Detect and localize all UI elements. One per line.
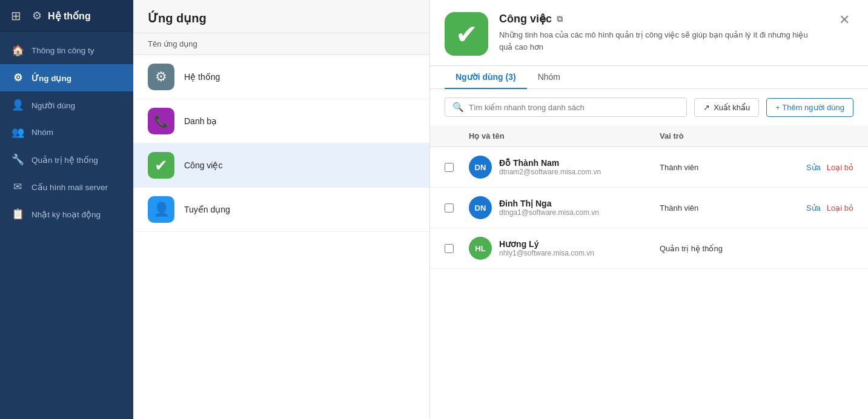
checkbox-u1[interactable] [445,163,454,172]
user-name-block-u3: Hương Lý nhly1@software.misa.com.vn [499,239,594,257]
admin-icon: 🔧 [11,153,24,166]
user-email-u2: dtnga1@software.misa.com.vn [499,208,599,217]
app-row-hethong[interactable]: ⚙ Hệ thống [133,55,429,99]
user-name-block-u1: Đỗ Thành Nam dtnam2@software.misa.com.vn [499,158,601,176]
user-row-u1: DN Đỗ Thành Nam dtnam2@software.misa.com… [430,147,868,188]
sidebar-item-label: Cấu hình mail server [31,182,108,192]
sidebar-item-nguoi-dung[interactable]: 👤 Người dùng [0,91,133,119]
add-user-button[interactable]: + Thêm người dùng [766,98,853,117]
user-name-block-u2: Đinh Thị Nga dtnga1@software.misa.com.vn [499,199,599,217]
user-name-u3: Hương Lý [499,239,594,249]
user-info-u3: HL Hương Lý nhly1@software.misa.com.vn [469,237,660,260]
edit-button-u1[interactable]: Sửa [806,163,821,172]
detail-tabs: Người dùng (3) Nhóm [430,66,868,89]
user-table-header: Họ và tên Vai trò [430,125,868,147]
congviec-checkmark-icon: ✔ [456,19,478,50]
mail-icon: ✉ [11,180,24,193]
search-icon: 🔍 [452,102,464,113]
external-link-icon[interactable]: ⧉ [557,14,563,24]
remove-button-u1[interactable]: Loại bỏ [827,163,853,172]
app-name-danhba: Danh bạ [184,116,217,126]
avatar-u2: DN [469,196,492,219]
danhba-icon: 📞 [148,108,174,134]
sidebar-item-label: Nhóm [31,128,53,137]
app-name-hethong: Hệ thống [184,72,220,82]
apps-icon: ⚙ [11,71,24,84]
avatar-u3: HL [469,237,492,260]
apps-panel: Ứng dụng Tên ứng dụng ⚙ Hệ thống 📞 Danh … [133,0,430,419]
sidebar-item-quan-tri-he-thong[interactable]: 🔧 Quản trị hệ thống [0,146,133,173]
apps-panel-header: Ứng dụng [133,0,429,33]
header-checkbox-cell [445,131,469,140]
checkbox-u3[interactable] [445,244,454,253]
sidebar-header: ⊞ ⚙ Hệ thống [0,0,133,32]
remove-button-u2[interactable]: Loại bỏ [827,203,853,213]
sidebar-item-label: Thông tin công ty [31,46,94,55]
apps-table-column-header: Tên ứng dụng [133,33,429,55]
detail-header: ✔ Công việc ⧉ Những tinh hoa của các mô … [430,0,868,66]
user-name-u1: Đỗ Thành Nam [499,158,601,168]
sidebar-item-label: Quản trị hệ thống [31,155,98,165]
app-list: ⚙ Hệ thống 📞 Danh bạ ✔ Công việc 👤 Tuyển… [133,55,429,419]
search-input[interactable] [469,103,679,112]
checkbox-cell-u2[interactable] [445,203,469,213]
user-email-u3: nhly1@software.misa.com.vn [499,249,594,257]
sidebar-item-ung-dung[interactable]: ⚙ Ứng dụng [0,64,133,91]
user-table: Họ và tên Vai trò DN Đỗ Thành Nam [430,125,868,419]
log-icon: 📋 [11,208,24,220]
checkbox-cell-u3[interactable] [445,244,469,253]
sidebar-item-nhom[interactable]: 👥 Nhóm [0,119,133,146]
grid-icon: ⊞ [11,8,21,23]
app-name-congviec: Công việc [184,160,222,170]
checkbox-cell-u1[interactable] [445,163,469,172]
sidebar-item-label: Người dùng [31,101,75,110]
user-info-u1: DN Đỗ Thành Nam dtnam2@software.misa.com… [469,156,660,179]
app-row-tuyendung[interactable]: 👤 Tuyển dụng [133,188,429,232]
user-actions-u2: Sửa Loại bỏ [781,203,853,213]
tuyendung-icon: 👤 [148,196,174,223]
checkbox-u2[interactable] [445,203,454,213]
user-row-u2: DN Đinh Thị Nga dtnga1@software.misa.com… [430,188,868,228]
gear-icon: ⚙ [32,9,42,22]
home-icon: 🏠 [11,44,24,57]
user-list-area: 🔍 ↗ Xuất khẩu + Thêm người dùng Họ và tê [430,89,868,419]
detail-app-name-row: Công việc ⧉ [499,12,824,25]
user-role-u3: Quản trị hệ thống [660,244,781,253]
user-email-u1: dtnam2@software.misa.com.vn [499,168,601,176]
add-user-label: + Thêm người dùng [775,103,844,112]
export-icon: ↗ [703,103,710,112]
detail-app-name-text: Công việc [499,12,552,25]
tab-nguoi-dung[interactable]: Người dùng (3) [445,66,527,89]
app-row-danhba[interactable]: 📞 Danh bạ [133,99,429,144]
user-row-u3: HL Hương Lý nhly1@software.misa.com.vn Q… [430,228,868,269]
user-icon: 👤 [11,99,24,111]
user-info-u2: DN Đinh Thị Nga dtnga1@software.misa.com… [469,196,660,219]
sidebar-item-label: Nhật ký hoạt động [31,210,101,219]
user-actions-u1: Sửa Loại bỏ [781,163,853,172]
close-button[interactable]: ✕ [835,12,853,28]
sidebar-item-cau-hinh-mail[interactable]: ✉ Cấu hình mail server [0,173,133,200]
export-label: Xuất khẩu [714,103,750,112]
app-row-congviec[interactable]: ✔ Công việc [133,144,429,188]
sidebar-item-thong-tin-cong-ty[interactable]: 🏠 Thông tin công ty [0,37,133,64]
search-box[interactable]: 🔍 [445,97,687,117]
group-icon: 👥 [11,126,24,139]
app-name-tuyendung: Tuyển dụng [184,205,230,214]
edit-button-u2[interactable]: Sửa [806,203,821,213]
layout-row: Ứng dụng Tên ứng dụng ⚙ Hệ thống 📞 Danh … [133,0,868,419]
detail-app-desc: Những tinh hoa của các mô hình quản trị … [499,29,814,53]
sidebar-title: Hệ thống [48,10,91,22]
hethong-icon: ⚙ [148,64,174,90]
sidebar: ⊞ ⚙ Hệ thống 🏠 Thông tin công ty ⚙ Ứng d… [0,0,133,419]
detail-app-info: Công việc ⧉ Những tinh hoa của các mô hì… [499,12,824,53]
header-name: Họ và tên [469,131,660,140]
export-button[interactable]: ↗ Xuất khẩu [694,98,759,117]
user-role-u1: Thành viên [660,163,781,172]
tab-nhom[interactable]: Nhóm [527,66,571,89]
sidebar-item-label: Ứng dụng [31,73,71,83]
user-role-u2: Thành viên [660,203,781,213]
apps-panel-title: Ứng dụng [148,11,415,33]
avatar-u1: DN [469,156,492,179]
sidebar-nav: 🏠 Thông tin công ty ⚙ Ứng dụng 👤 Người d… [0,32,133,228]
sidebar-item-nhat-ky[interactable]: 📋 Nhật ký hoạt động [0,200,133,228]
